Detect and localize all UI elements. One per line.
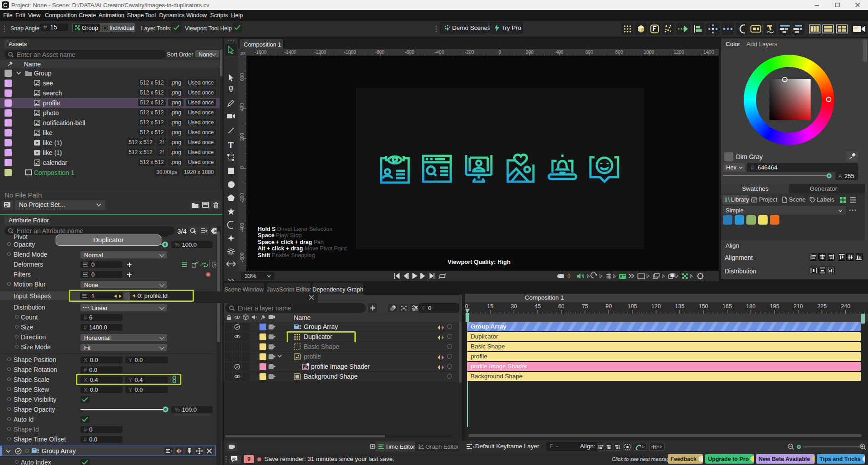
svg-text:0: 0 xyxy=(567,273,571,279)
